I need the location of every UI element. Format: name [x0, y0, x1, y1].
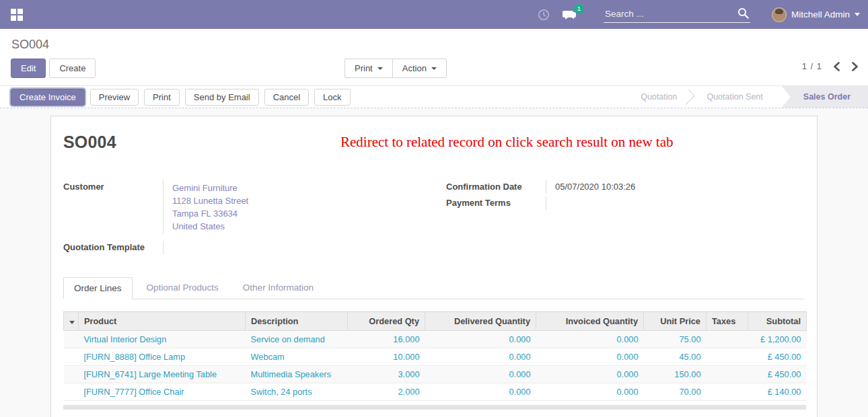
cell-unit-price[interactable]: 45.00: [644, 348, 707, 366]
control-panel: SO004 Edit Create Print Action 1 / 1: [0, 29, 868, 86]
payment-terms-field: Payment Terms: [446, 196, 805, 210]
cell-product[interactable]: [FURN_6741] Large Meeting Table: [79, 366, 246, 383]
chevron-down-icon: [431, 67, 437, 70]
customer-value[interactable]: Gemini Furniture 1128 Lunetta Street Tam…: [163, 180, 434, 234]
cell-subtotal[interactable]: £ 140.00: [748, 383, 807, 401]
chevron-down-icon: [855, 13, 860, 16]
cell-ordered-qty[interactable]: 10.000: [348, 348, 425, 366]
cell-delivered-qty[interactable]: 0.000: [425, 331, 536, 348]
confirmation-date-label: Confirmation Date: [446, 180, 546, 194]
cell-description[interactable]: Service on demand: [246, 331, 348, 348]
cell-delivered-qty[interactable]: 0.000: [425, 348, 536, 366]
tab-order-lines[interactable]: Order Lines: [63, 277, 133, 299]
pager-next-button[interactable]: [851, 62, 859, 71]
cell-product[interactable]: [FURN_7777] Office Chair: [79, 383, 246, 401]
create-button[interactable]: Create: [49, 59, 96, 78]
cell-invoiced-qty[interactable]: 0.000: [536, 348, 644, 366]
notebook-tabs: Order Lines Optional Products Other Info…: [63, 277, 805, 299]
cell-unit-price[interactable]: 150.00: [644, 366, 707, 383]
user-avatar: [772, 7, 787, 22]
activities-clock-icon[interactable]: [538, 9, 550, 21]
cell-subtotal[interactable]: £ 450.00: [748, 366, 807, 383]
col-subtotal[interactable]: Subtotal: [748, 312, 807, 331]
action-dropdown-button[interactable]: Action: [392, 59, 447, 78]
user-name: Mitchell Admin: [791, 9, 850, 20]
print-dropdown-button[interactable]: Print: [345, 59, 392, 78]
cell-invoiced-qty[interactable]: 0.000: [536, 331, 644, 348]
quotation-template-value[interactable]: [163, 241, 434, 254]
customer-field: Customer Gemini Furniture 1128 Lunetta S…: [63, 180, 434, 234]
cell-description[interactable]: Multimedia Speakers: [246, 366, 348, 383]
status-step-sales-order[interactable]: Sales Order: [782, 86, 868, 108]
apps-menu-icon[interactable]: [11, 9, 23, 21]
horizontal-scrollbar[interactable]: [63, 405, 806, 410]
column-options-icon[interactable]: [69, 321, 75, 324]
cell-description[interactable]: Switch, 24 ports: [246, 383, 348, 401]
cell-delivered-qty[interactable]: 0.000: [425, 366, 536, 383]
user-menu[interactable]: Mitchell Admin: [772, 7, 860, 22]
col-invoiced-qty[interactable]: Invoiced Quantity: [536, 312, 644, 331]
cell-subtotal[interactable]: £ 1,200.00: [748, 331, 807, 348]
cell-taxes[interactable]: [707, 383, 748, 401]
systray: 1 Mitchell Admin: [538, 6, 860, 23]
search-input[interactable]: [604, 6, 750, 23]
edit-button[interactable]: Edit: [11, 59, 46, 78]
cell-product[interactable]: [FURN_8888] Office Lamp: [79, 348, 246, 366]
table-row[interactable]: [FURN_7777] Office Chair Switch, 24 port…: [64, 383, 807, 401]
print-button[interactable]: Print: [144, 89, 180, 106]
cell-unit-price[interactable]: 75.00: [644, 331, 707, 348]
form-view-content: SO004 Redirect to related record on clic…: [0, 108, 868, 417]
cell-taxes[interactable]: [707, 366, 748, 383]
cell-subtotal[interactable]: £ 450.00: [748, 348, 807, 366]
send-by-email-button[interactable]: Send by Email: [185, 89, 259, 106]
annotation-text: Redirect to related record on click sear…: [340, 134, 673, 151]
quotation-template-field: Quotation Template: [63, 241, 434, 254]
cell-unit-price[interactable]: 70.00: [644, 383, 707, 401]
cell-taxes[interactable]: [707, 348, 748, 366]
pager-previous-button[interactable]: [833, 62, 840, 71]
quotation-template-label: Quotation Template: [63, 241, 163, 254]
col-delivered-qty[interactable]: Delivered Quantity: [425, 312, 536, 331]
sales-order-sheet: SO004 Redirect to related record on clic…: [50, 116, 818, 417]
cancel-button[interactable]: Cancel: [264, 89, 309, 106]
cell-taxes[interactable]: [707, 331, 748, 348]
tab-other-information[interactable]: Other Information: [233, 277, 324, 299]
tab-optional-products[interactable]: Optional Products: [137, 277, 229, 299]
lock-button[interactable]: Lock: [314, 89, 350, 106]
col-ordered-qty[interactable]: Ordered Qty: [348, 312, 425, 331]
global-search: [604, 6, 750, 23]
col-description[interactable]: Description: [246, 312, 348, 331]
col-taxes[interactable]: Taxes: [707, 312, 748, 331]
customer-label: Customer: [63, 180, 163, 234]
table-row[interactable]: [FURN_8888] Office Lamp Webcam 10.000 0.…: [64, 348, 807, 366]
pager-value: 1 / 1: [802, 61, 822, 71]
cell-ordered-qty[interactable]: 3.000: [348, 366, 425, 383]
col-unit-price[interactable]: Unit Price: [644, 312, 707, 331]
search-icon[interactable]: [737, 7, 749, 22]
status-step-quotation-sent[interactable]: Quotation Sent: [692, 86, 777, 108]
cell-ordered-qty[interactable]: 16.000: [348, 331, 425, 348]
field-grid: Customer Gemini Furniture 1128 Lunetta S…: [63, 180, 805, 257]
confirmation-date-value[interactable]: 05/07/2020 10:03:26: [546, 180, 805, 194]
top-navbar: 1 Mitchell Admin: [0, 0, 868, 29]
col-product[interactable]: Product: [79, 312, 246, 331]
table-row[interactable]: Virtual Interior Design Service on deman…: [64, 331, 807, 348]
cell-invoiced-qty[interactable]: 0.000: [536, 366, 644, 383]
cell-delivered-qty[interactable]: 0.000: [425, 383, 536, 401]
create-invoice-button[interactable]: Create Invoice: [11, 89, 85, 106]
statusbar: Create Invoice Preview Print Send by Ema…: [0, 86, 868, 108]
table-row[interactable]: [FURN_6741] Large Meeting Table Multimed…: [64, 366, 807, 383]
cell-product[interactable]: Virtual Interior Design: [79, 331, 246, 348]
cell-description[interactable]: Webcam: [246, 348, 348, 366]
messages-badge: 1: [574, 4, 584, 14]
status-pipeline: Quotation Quotation Sent Sales Order: [626, 86, 868, 108]
cell-ordered-qty[interactable]: 2.000: [348, 383, 425, 401]
preview-button[interactable]: Preview: [90, 89, 139, 106]
cell-invoiced-qty[interactable]: 0.000: [536, 383, 644, 401]
payment-terms-value[interactable]: [546, 196, 805, 210]
messages-icon[interactable]: 1: [562, 9, 577, 21]
breadcrumb: SO004: [11, 38, 49, 52]
table-header-row: Product Description Ordered Qty Delivere…: [64, 312, 807, 331]
payment-terms-label: Payment Terms: [446, 196, 546, 210]
confirmation-date-field: Confirmation Date 05/07/2020 10:03:26: [446, 180, 805, 194]
